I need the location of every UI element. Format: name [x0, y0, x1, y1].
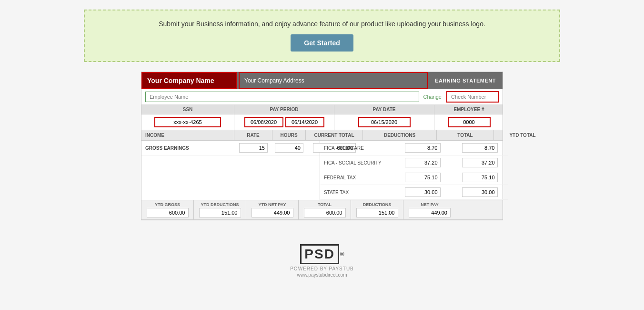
psd-logo: PSD® [0, 244, 644, 264]
current-total-col-header: CURRENT TOTAL [306, 130, 363, 140]
net-pay-cell: NET PAY [403, 200, 456, 219]
deduction-total-input-2[interactable] [405, 173, 441, 182]
net-pay-input[interactable] [409, 208, 451, 217]
ytd-net-pay-label: YTD NET PAY [250, 202, 294, 207]
company-name-input[interactable] [141, 72, 237, 89]
deduction-total-input-0[interactable] [405, 143, 441, 153]
earning-statement-label: EARNING STATEMENT [428, 72, 503, 89]
hours-col-header: HOURS [272, 130, 306, 140]
deduction-label-2: FEDERAL TAX [320, 173, 394, 182]
deduction-row: FICA - MEDICARE [320, 141, 508, 155]
promo-banner: Submit your Business information, and en… [84, 10, 560, 62]
employee-name-row: Change [141, 89, 503, 105]
deduction-total-cell-0 [394, 143, 451, 153]
website-text: www.paystubdirect.com [0, 272, 644, 278]
rate-col-header: RATE [234, 130, 272, 140]
deduction-ytd-input-1[interactable] [462, 158, 498, 167]
powered-by-text: POWERED BY PAYSTUB [0, 266, 644, 271]
psd-logo-text: PSD [300, 244, 339, 264]
income-col-header: INCOME [141, 130, 234, 140]
ytd-gross-cell: YTD GROSS [141, 200, 194, 219]
deduction-label-3: STATE TAX [320, 188, 394, 197]
info-values-row [141, 114, 503, 130]
ytd-net-pay-cell: YTD NET PAY [246, 200, 299, 219]
income-deductions-area: GROSS EARNINGS FICA - MEDICARE [141, 141, 503, 200]
deduction-ytd-cell-1 [451, 158, 508, 167]
footer: PSD® POWERED BY PAYSTUB www.paystubdirec… [0, 230, 644, 282]
deduction-ytd-cell-3 [451, 187, 508, 197]
pay-date-input[interactable] [358, 117, 411, 127]
pay-period-end-input[interactable] [285, 117, 324, 127]
deductions-col-header: DEDUCTIONS [363, 130, 437, 140]
trademark-symbol: ® [340, 251, 344, 258]
company-address-input[interactable] [239, 72, 428, 89]
check-number-input[interactable] [446, 91, 499, 103]
total-input[interactable] [304, 208, 346, 217]
deduction-row: FEDERAL TAX [320, 170, 508, 185]
total-cell: TOTAL [299, 200, 351, 219]
net-pay-label: NET PAY [407, 202, 452, 207]
deductions-total-cell: DEDUCTIONS [351, 200, 403, 219]
rate-input[interactable] [239, 143, 268, 153]
hours-input[interactable] [275, 143, 303, 153]
deduction-ytd-cell-2 [451, 173, 508, 182]
ytd-total-col-header: YTD TOTAL [494, 130, 551, 140]
ssn-input[interactable] [154, 117, 221, 127]
total-col-header: TOTAL [437, 130, 494, 140]
pay-period-start-input[interactable] [244, 117, 283, 127]
ytd-deductions-label: YTD DEDUCTIONS [198, 202, 242, 207]
deduction-total-input-1[interactable] [405, 158, 441, 167]
ytd-gross-input[interactable] [147, 208, 189, 217]
deduction-row: FICA - SOCIAL SECURITY [320, 155, 508, 170]
deductions-total-label: DEDUCTIONS [355, 202, 399, 207]
total-label: TOTAL [302, 202, 347, 207]
deduction-label-0: FICA - MEDICARE [320, 144, 394, 153]
paystub-header: EARNING STATEMENT [141, 72, 503, 89]
column-headers: INCOME RATE HOURS CURRENT TOTAL DEDUCTIO… [141, 130, 503, 141]
employee-num-cell [434, 114, 503, 130]
deduction-total-cell-2 [394, 173, 451, 182]
ytd-deductions-input[interactable] [199, 208, 241, 217]
income-section: GROSS EARNINGS [141, 141, 320, 200]
pay-date-header: PAY DATE [334, 105, 434, 114]
hours-cell [272, 143, 306, 153]
employee-num-input[interactable] [448, 117, 491, 127]
deduction-total-input-3[interactable] [405, 187, 441, 197]
pay-period-cell [234, 114, 334, 130]
totals-row: YTD GROSS YTD DEDUCTIONS YTD NET PAY TOT… [141, 200, 503, 220]
change-link[interactable]: Change [423, 94, 442, 100]
paystub-container: EARNING STATEMENT Change SSN PAY PERIOD … [141, 72, 503, 220]
pay-period-header: PAY PERIOD [234, 105, 334, 114]
employee-num-header: EMPLOYEE # [434, 105, 503, 114]
deduction-total-cell-3 [394, 187, 451, 197]
ytd-gross-label: YTD GROSS [145, 202, 190, 207]
ssn-cell [141, 114, 234, 130]
info-headers-row: SSN PAY PERIOD PAY DATE EMPLOYEE # [141, 105, 503, 114]
deduction-ytd-cell-0 [451, 143, 508, 153]
deduction-row: STATE TAX [320, 185, 508, 200]
deduction-ytd-input-3[interactable] [462, 187, 498, 197]
deductions-total-input[interactable] [356, 208, 398, 217]
deduction-label-1: FICA - SOCIAL SECURITY [320, 158, 394, 167]
gross-earnings-row: GROSS EARNINGS [141, 141, 320, 155]
rate-cell [234, 143, 272, 153]
gross-earnings-label: GROSS EARNINGS [141, 144, 234, 153]
deduction-total-cell-1 [394, 158, 451, 167]
deduction-ytd-input-2[interactable] [462, 173, 498, 182]
pay-date-cell [334, 114, 434, 130]
ssn-header: SSN [141, 105, 234, 114]
ytd-deductions-cell: YTD DEDUCTIONS [194, 200, 246, 219]
deductions-section: FICA - MEDICARE FICA - SOCIAL SECURITY F… [320, 141, 508, 200]
banner-text: Submit your Business information, and en… [94, 20, 550, 28]
employee-name-input[interactable] [145, 92, 419, 102]
ytd-net-pay-input[interactable] [252, 208, 293, 217]
deduction-ytd-input-0[interactable] [462, 143, 498, 153]
get-started-button[interactable]: Get Started [291, 34, 353, 52]
